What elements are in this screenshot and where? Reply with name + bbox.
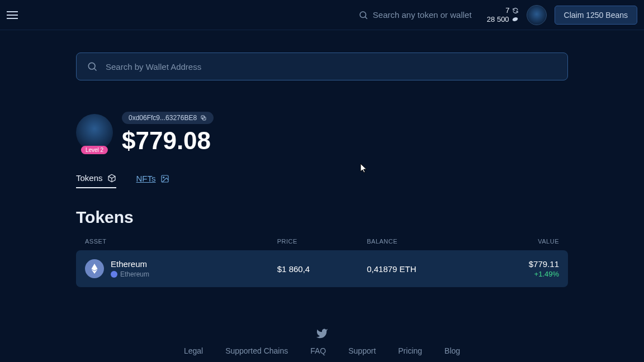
chain-dot-icon xyxy=(111,271,117,278)
col-balance: BALANCE xyxy=(367,238,482,245)
ethereum-icon xyxy=(85,259,104,278)
user-avatar[interactable] xyxy=(527,5,547,25)
search-icon xyxy=(358,10,368,20)
wallet-search[interactable] xyxy=(76,53,568,80)
tab-tokens[interactable]: Tokens xyxy=(76,173,116,188)
profile-header: Level 2 0xd06Ffc9...63276BE8 $779.08 xyxy=(76,112,568,153)
footer-links: Legal Supported Chains FAQ Support Prici… xyxy=(184,346,460,355)
section-title: Tokens xyxy=(76,208,568,227)
bean-icon xyxy=(512,16,519,23)
svg-line-4 xyxy=(94,69,97,71)
portfolio-balance: $779.08 xyxy=(122,128,211,153)
menu-button[interactable] xyxy=(7,11,18,19)
footer: Legal Supported Chains FAQ Support Prici… xyxy=(0,327,644,355)
stat-beans-value: 28 500 xyxy=(487,15,509,24)
footer-link-pricing[interactable]: Pricing xyxy=(398,346,422,355)
footer-link-chains[interactable]: Supported Chains xyxy=(225,346,288,355)
tab-nfts[interactable]: NFTs xyxy=(136,173,169,188)
token-name: Ethereum xyxy=(111,259,149,269)
token-chain: Ethereum xyxy=(111,270,149,278)
search-icon xyxy=(87,61,98,72)
wallet-search-input[interactable] xyxy=(106,62,557,72)
image-icon xyxy=(160,174,169,183)
col-price: PRICE xyxy=(277,238,367,245)
tabs: Tokens NFTs xyxy=(76,173,568,189)
asset-cell: Ethereum Ethereum xyxy=(85,259,277,278)
tab-nfts-label: NFTs xyxy=(136,174,156,183)
footer-link-support[interactable]: Support xyxy=(348,346,376,355)
level-badge: Level 2 xyxy=(81,146,108,154)
footer-link-blog[interactable]: Blog xyxy=(444,346,460,355)
top-bar: 7 28 500 Claim 1250 Beans xyxy=(0,0,644,30)
token-price: $1 860,4 xyxy=(277,264,367,274)
wallet-address-pill[interactable]: 0xd06Ffc9...63276BE8 xyxy=(122,112,214,124)
user-stats: 7 28 500 xyxy=(487,6,519,23)
footer-link-faq[interactable]: FAQ xyxy=(310,346,326,355)
svg-point-8 xyxy=(163,177,164,178)
cube-icon xyxy=(107,174,116,183)
token-value-amount: $779.11 xyxy=(482,259,559,269)
footer-link-legal[interactable]: Legal xyxy=(184,346,203,355)
twitter-icon[interactable] xyxy=(316,327,328,340)
token-balance: 0,41879 ETH xyxy=(367,264,482,274)
table-header: ASSET PRICE BALANCE VALUE xyxy=(76,227,568,250)
svg-point-2 xyxy=(512,17,518,22)
svg-point-0 xyxy=(360,12,366,18)
token-value-change: +1.49% xyxy=(482,270,559,278)
col-asset: ASSET xyxy=(85,238,277,245)
col-value: VALUE xyxy=(482,238,559,245)
svg-point-3 xyxy=(88,63,95,69)
top-search-input[interactable] xyxy=(373,10,479,20)
token-chain-label: Ethereum xyxy=(120,270,149,278)
table-row[interactable]: Ethereum Ethereum $1 860,4 0,41879 ETH $… xyxy=(76,250,568,287)
svg-line-1 xyxy=(365,17,367,18)
claim-button[interactable]: Claim 1250 Beans xyxy=(555,6,637,25)
refresh-icon xyxy=(512,7,519,14)
tab-tokens-label: Tokens xyxy=(76,173,103,183)
top-search[interactable] xyxy=(358,10,479,20)
wallet-address-text: 0xd06Ffc9...63276BE8 xyxy=(129,114,197,122)
stat-streak-value: 7 xyxy=(505,6,509,15)
copy-icon[interactable] xyxy=(200,115,207,121)
profile-avatar[interactable]: Level 2 xyxy=(76,114,113,151)
token-value: $779.11 +1.49% xyxy=(482,259,559,278)
main-content: Level 2 0xd06Ffc9...63276BE8 $779.08 Tok… xyxy=(76,30,568,287)
